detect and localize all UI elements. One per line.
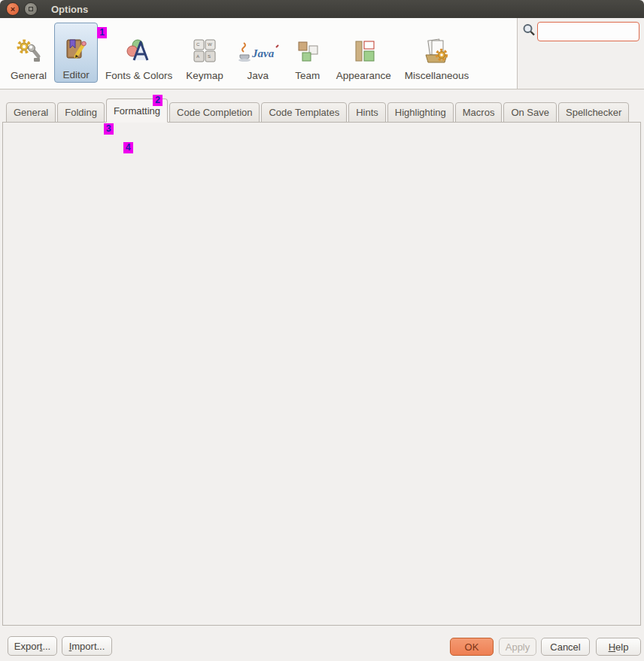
- svg-text:Java: Java: [251, 47, 275, 59]
- miscellaneous-icon: [420, 35, 453, 67]
- formatting-panel: [2, 122, 641, 626]
- toolbar-item-general[interactable]: General: [5, 21, 53, 83]
- tab-folding[interactable]: Folding: [57, 102, 105, 123]
- toolbar-item-label: Team: [295, 70, 320, 81]
- button-label: Import...: [69, 641, 105, 652]
- toolbar-item-label: Fonts & Colors: [105, 70, 172, 81]
- button-label: Help: [609, 641, 629, 653]
- team-icon: [293, 35, 323, 67]
- general-icon: [14, 35, 44, 67]
- toolbar-item-label: Miscellaneous: [405, 70, 469, 81]
- annotation-badge-4: 4: [123, 142, 133, 153]
- toolbar-item-java[interactable]: Java Java: [231, 21, 285, 83]
- toolbar-item-miscellaneous[interactable]: Miscellaneous: [399, 21, 475, 83]
- tab-code-templates[interactable]: Code Templates: [261, 102, 347, 123]
- tab-label: On Save: [511, 107, 549, 118]
- toolbar-item-appearance[interactable]: Appearance: [330, 21, 397, 83]
- tab-label: Highlighting: [395, 107, 446, 118]
- export-button[interactable]: Export...: [8, 636, 57, 656]
- tab-on-save[interactable]: On Save: [503, 102, 557, 123]
- toolbar-item-label: Appearance: [336, 70, 391, 81]
- toolbar-item-label: General: [11, 70, 47, 81]
- toolbar-item-team[interactable]: Team: [287, 21, 329, 83]
- ok-button[interactable]: OK: [450, 638, 494, 656]
- toolbar-item-label: Editor: [62, 69, 89, 80]
- toolbar-item-label: Java: [248, 70, 269, 81]
- tab-label: Macros: [463, 107, 495, 118]
- toolbar-item-editor[interactable]: 1 Editor: [54, 23, 98, 83]
- restore-window-button[interactable]: [24, 2, 38, 16]
- svg-text:S: S: [208, 54, 211, 59]
- button-label: OK: [465, 641, 479, 653]
- tab-formatting[interactable]: 2 Formatting: [106, 99, 168, 123]
- cancel-button[interactable]: Cancel: [541, 638, 590, 656]
- tab-code-completion[interactable]: Code Completion: [169, 102, 260, 123]
- close-window-button[interactable]: ×: [6, 2, 20, 16]
- tab-label: Code Templates: [269, 107, 339, 118]
- category-toolbar: General 1 Editor: [0, 18, 518, 89]
- java-icon: Java: [237, 35, 279, 67]
- annotation-badge-3: 3: [104, 123, 114, 135]
- import-button[interactable]: Import...: [62, 636, 112, 656]
- fonts-colors-icon: [123, 35, 156, 67]
- options-dialog: × Options General 1: [0, 0, 644, 661]
- tab-label: Formatting: [114, 105, 160, 117]
- window-title: Options: [51, 4, 88, 15]
- tab-label: Code Completion: [177, 107, 252, 118]
- tab-general[interactable]: General: [6, 102, 56, 123]
- apply-button: Apply: [499, 638, 536, 656]
- editor-icon: [61, 35, 91, 66]
- tab-hints[interactable]: Hints: [348, 102, 386, 123]
- search-area: [518, 18, 644, 89]
- toolbar-item-keymap[interactable]: C W A S Keymap: [180, 21, 229, 83]
- svg-text:C: C: [196, 42, 200, 47]
- toolbar-item-fonts-colors[interactable]: Fonts & Colors: [99, 21, 178, 83]
- tab-label: General: [14, 107, 48, 118]
- annotation-badge-2: 2: [153, 95, 163, 106]
- toolbar-item-label: Keymap: [186, 70, 223, 81]
- keymap-icon: C W A S: [190, 35, 220, 67]
- editor-tabbar: General Folding 2 Formatting Code Comple…: [6, 99, 630, 123]
- appearance-icon: [348, 35, 378, 67]
- button-label: Cancel: [550, 641, 580, 653]
- tab-label: Spellchecker: [566, 107, 621, 118]
- button-label: Apply: [506, 641, 530, 653]
- svg-text:A: A: [196, 54, 199, 59]
- title-bar[interactable]: × Options: [0, 0, 644, 18]
- search-icon: [522, 23, 536, 39]
- svg-text:W: W: [208, 42, 212, 47]
- tab-label: Hints: [356, 107, 378, 118]
- search-input[interactable]: [537, 22, 639, 41]
- tab-spellchecker[interactable]: Spellchecker: [558, 102, 629, 123]
- help-button[interactable]: Help: [596, 638, 641, 656]
- tab-highlighting[interactable]: Highlighting: [387, 102, 454, 123]
- button-label: Export...: [14, 641, 50, 652]
- tab-macros[interactable]: Macros: [455, 102, 503, 123]
- tab-label: Folding: [65, 107, 97, 118]
